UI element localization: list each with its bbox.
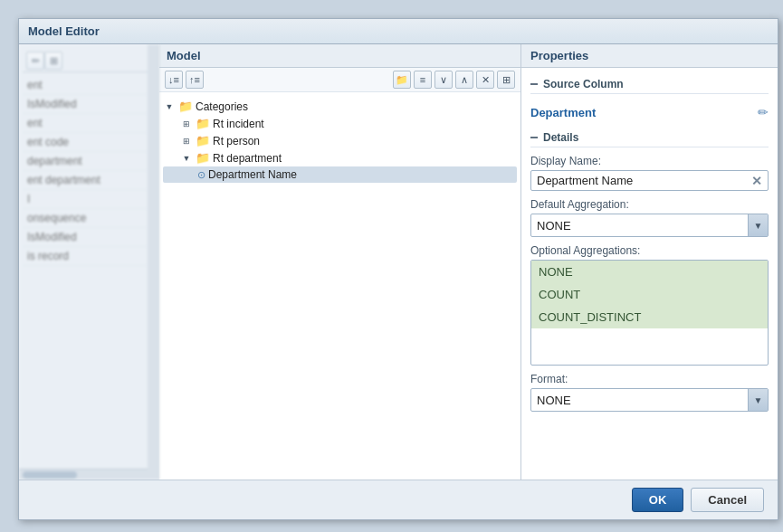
close-tree-button[interactable]: ✕	[476, 71, 494, 89]
dialog-footer: OK Cancel	[19, 480, 778, 519]
properties-title: Properties	[530, 49, 588, 62]
left-item-5: department	[23, 152, 155, 171]
source-column-value: Department	[530, 106, 596, 119]
left-panel: ✏ ⊞ ent IsModified ent ent code departme…	[19, 44, 159, 480]
rt-incident-label: Rt incident	[213, 118, 264, 130]
left-item-10: is record	[23, 247, 155, 266]
tree-node-rt-department[interactable]: ▼ 📁 Rt department	[163, 149, 517, 166]
default-agg-select[interactable]: NONE ▼	[530, 214, 769, 237]
left-edit-icon[interactable]: ✏	[26, 52, 44, 70]
display-name-label: Display Name:	[530, 155, 769, 167]
left-item-4: ent code	[23, 133, 155, 152]
toggle-categories[interactable]: ▼	[163, 100, 176, 113]
agg-item-empty-1	[531, 328, 768, 347]
folder-icon-categories: 📁	[178, 100, 193, 113]
model-editor-dialog: Model Editor ✏ ⊞ ent IsModified ent ent …	[18, 18, 778, 520]
agg-item-empty-2	[531, 347, 768, 365]
sort-asc-button[interactable]: ↓≡	[165, 71, 183, 89]
list-button[interactable]: ≡	[414, 71, 432, 89]
tree-node-rt-person[interactable]: ⊞ 📁 Rt person	[163, 132, 517, 149]
department-name-label: Department Name	[208, 168, 297, 181]
optional-agg-list: NONE COUNT COUNT_DISTINCT	[530, 260, 769, 366]
left-item-1: ent	[23, 76, 155, 95]
cancel-button[interactable]: Cancel	[691, 488, 764, 512]
left-item-7: I	[23, 190, 155, 209]
folder-button[interactable]: 📁	[393, 71, 411, 89]
source-column-edit-icon[interactable]: ✏	[758, 105, 769, 119]
display-name-clear-button[interactable]: ✕	[751, 175, 762, 187]
source-column-row: Department ✏	[530, 101, 769, 128]
tree-title: Model	[167, 49, 201, 62]
agg-item-count[interactable]: COUNT	[531, 283, 768, 306]
sort-desc-button[interactable]: ↑≡	[186, 71, 204, 89]
format-label: Format:	[530, 373, 769, 385]
source-column-title: Source Column	[543, 78, 624, 90]
default-agg-value: NONE	[531, 215, 748, 236]
agg-item-count-distinct[interactable]: COUNT_DISTINCT	[531, 306, 768, 328]
title-text: Model Editor	[28, 24, 100, 38]
tree-node-categories[interactable]: ▼ 📁 Categories	[163, 98, 517, 115]
rt-department-label: Rt department	[213, 152, 282, 165]
left-toolbar: ✏ ⊞	[23, 50, 155, 72]
dialog-body: ✏ ⊞ ent IsModified ent ent code departme…	[19, 44, 778, 480]
left-item-3: ent	[23, 114, 155, 133]
details-title: Details	[543, 131, 578, 144]
ok-button[interactable]: OK	[632, 488, 684, 512]
section-line-2	[530, 137, 538, 138]
format-value: NONE	[531, 390, 748, 411]
categories-label: Categories	[196, 100, 248, 113]
format-select[interactable]: NONE ▼	[530, 388, 769, 412]
toggle-rt-incident[interactable]: ⊞	[180, 118, 193, 130]
dialog-title: Model Editor	[19, 19, 778, 44]
format-arrow[interactable]: ▼	[748, 389, 768, 411]
source-column-section-header: Source Column	[530, 75, 769, 94]
agg-item-none[interactable]: NONE	[531, 261, 768, 283]
left-item-9: IsModified	[23, 228, 155, 247]
toggle-rt-department[interactable]: ▼	[180, 152, 193, 165]
collapse-up-button[interactable]: ∧	[455, 71, 473, 89]
left-item-6: ent department	[23, 171, 155, 190]
tree-node-rt-incident[interactable]: ⊞ 📁 Rt incident	[163, 115, 517, 132]
section-line-1	[530, 83, 538, 85]
left-action-icon[interactable]: ⊞	[44, 52, 62, 70]
expand-all-button[interactable]: ⊞	[497, 71, 515, 89]
collapse-down-button[interactable]: ∨	[434, 71, 453, 89]
tree-node-department-name[interactable]: ⊙ Department Name	[163, 166, 517, 183]
folder-icon-rt-department: 📁	[196, 151, 210, 165]
optional-agg-label: Optional Aggregations:	[530, 244, 769, 257]
tree-toolbar: ↓≡ ↑≡ 📁 ≡ ∨ ∧ ✕ ⊞	[159, 68, 520, 92]
left-item-8: onsequence	[23, 209, 155, 228]
folder-icon-rt-incident: 📁	[196, 117, 210, 130]
column-icon-department-name: ⊙	[197, 169, 205, 181]
tree-panel: Model ↓≡ ↑≡ 📁 ≡ ∨ ∧ ✕ ⊞ ▼ 📁 Categories	[159, 44, 521, 480]
display-name-input[interactable]	[537, 174, 751, 187]
rt-person-label: Rt person	[213, 135, 260, 147]
left-scrollbar[interactable]	[148, 44, 158, 480]
default-agg-arrow[interactable]: ▼	[748, 214, 768, 236]
properties-content: Source Column Department ✏ Details Displ…	[521, 68, 778, 480]
default-agg-label: Default Aggregation:	[530, 198, 769, 211]
properties-header: Properties	[521, 44, 778, 68]
folder-icon-rt-person: 📁	[196, 134, 210, 147]
left-item-2: IsModified	[23, 95, 155, 114]
toggle-rt-person[interactable]: ⊞	[180, 135, 193, 147]
properties-panel: Properties Source Column Department ✏ De…	[521, 44, 778, 480]
display-name-input-row: ✕	[530, 170, 769, 191]
tree-content: ▼ 📁 Categories ⊞ 📁 Rt incident ⊞ 📁 Rt p	[159, 92, 520, 480]
details-section-header: Details	[530, 128, 769, 147]
tree-header: Model	[159, 44, 520, 68]
